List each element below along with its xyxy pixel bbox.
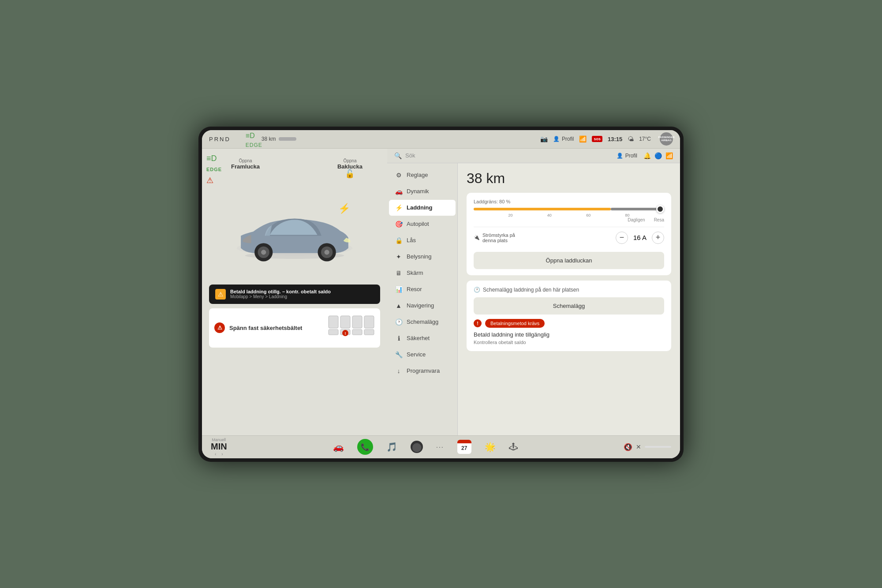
service-label: Service [407, 351, 426, 358]
left-arrow-icon: ‹ [215, 452, 216, 457]
car-bottom-icon[interactable]: 🚗 [333, 442, 344, 452]
menu-item-schemalgg[interactable]: 🕐 Schemalägg [389, 314, 456, 330]
search-input-area[interactable]: 🔍 Sök [394, 152, 617, 159]
passenger-airbag-indicator: PASSENGER AIRBAG [660, 132, 673, 146]
menu-item-reglage[interactable]: ⚙ Reglage [389, 167, 456, 183]
warning-main-text: Betald laddning otillg. – kontr. obetalt… [230, 289, 331, 294]
charge-limit-label: Laddgräns: 80 % [474, 199, 664, 204]
menu-item-skarm[interactable]: 🖥 Skärm [389, 265, 456, 281]
laddning-label: Laddning [407, 204, 433, 211]
current-label-text: Strömstyrka på denna plats [482, 232, 515, 243]
phone-button[interactable]: 📞 [357, 439, 373, 455]
menu-item-service[interactable]: 🔧 Service [389, 347, 456, 363]
schemalgg-label: Schemalägg [407, 318, 438, 325]
edge-icon: EDGE [246, 142, 262, 148]
gear-mode-label: Manuell [211, 438, 227, 442]
person-icon: 👤 [553, 136, 560, 142]
profile-button[interactable]: 👤 Profil [553, 136, 574, 142]
error-exclamation: ! [477, 321, 478, 326]
current-value-text: 16 A [633, 234, 647, 241]
top-bar: PRND ≡D EDGE ⚠ 38 km 📷 👤 Profil 📶 so [202, 130, 680, 149]
camera-button[interactable]: ⬤ [411, 441, 423, 453]
sakerhet-icon: ℹ [395, 335, 402, 342]
open-baklucka-label: Öppna [337, 158, 363, 163]
schedule-button[interactable]: Schemalägg [474, 297, 664, 315]
lock-icon: 🔓 [337, 169, 363, 179]
menu-item-sakerhet[interactable]: ℹ Säkerhet [389, 330, 456, 346]
game-button[interactable]: 🕹 [509, 442, 518, 452]
range-indicator: 38 km [262, 136, 296, 142]
plug-icon: 🔌 [474, 235, 480, 240]
svg-rect-14 [364, 316, 374, 328]
current-label: 🔌 Strömstyrka på denna plats [474, 232, 515, 243]
gear-value-display: MIN [211, 442, 227, 451]
calendar-button[interactable]: 27 [457, 440, 471, 454]
more-button[interactable]: ··· [436, 443, 444, 450]
music-button[interactable]: 🎵 [386, 442, 397, 452]
emoji-button[interactable]: 🌟 [485, 442, 496, 452]
dynamik-icon: 🚗 [395, 188, 402, 195]
main-content: ≡D EDGE ⚠ Öppna Framlucka Öppna Baklucka… [202, 149, 680, 435]
clock-icon: 🕐 [474, 287, 480, 293]
programvara-label: Programvara [407, 367, 440, 374]
belysning-label: Belysning [407, 253, 431, 260]
payment-sub: Kontrollera obetalt saldo [474, 340, 664, 345]
volume-control[interactable]: 🔇 ✕ [624, 443, 671, 451]
framlucka-control[interactable]: Öppna Framlucka [231, 158, 260, 179]
laddning-icon: ⚡ [395, 204, 402, 211]
search-icon: 🔍 [394, 152, 402, 159]
svg-rect-12 [352, 316, 362, 328]
profile-label: Profil [562, 136, 574, 142]
profile-top-right[interactable]: 👤 Profil [617, 153, 637, 159]
charging-panel: 38 km Laddgräns: 80 % [458, 163, 680, 435]
mark-80: 80 [625, 213, 630, 217]
seatbelt-text: Spänn fast säkerhetsbältet [229, 325, 302, 331]
signal-icon: 📶 [665, 152, 673, 159]
bell-icon[interactable]: 🔔 [643, 152, 651, 159]
slider-thumb[interactable] [656, 205, 664, 213]
menu-item-dynamik[interactable]: 🚗 Dynamik [389, 184, 456, 199]
svg-rect-9 [329, 330, 338, 335]
bluetooth-icon[interactable]: 🔵 [654, 152, 662, 159]
volume-slider-track[interactable] [645, 446, 671, 448]
menu-item-autopilot[interactable]: 🎯 Autopilot [389, 216, 456, 232]
top-right-icons: 👤 Profil 🔔 🔵 📶 [617, 152, 673, 159]
charge-slider-track[interactable] [474, 208, 664, 210]
svg-rect-13 [352, 330, 362, 335]
profile-icon-right: 👤 [617, 153, 623, 159]
bottom-icons: 🚗 📞 🎵 ⬤ ··· [227, 439, 624, 455]
headlight-icon: ≡D [246, 132, 262, 140]
open-charge-door-button[interactable]: Öppna laddluckan [474, 252, 664, 269]
menu-item-resor[interactable]: 📊 Resor [389, 281, 456, 297]
settings-menu: ⚙ Reglage 🚗 Dynamik ⚡ Laddning 🎯 [387, 163, 458, 435]
weather-icon: 🌤 [628, 135, 634, 142]
skarm-icon: 🖥 [395, 270, 402, 277]
stars-icon: 🌟 [485, 442, 496, 452]
sos-badge[interactable]: sos [592, 136, 602, 142]
mode-dagligen: Dagligen [628, 217, 645, 222]
profile-label-right: Profil [625, 153, 637, 159]
right-panel: 🔍 Sök 👤 Profil 🔔 🔵 📶 [387, 149, 680, 435]
autopilot-label: Autopilot [407, 221, 429, 227]
decrease-current-button[interactable]: − [616, 232, 628, 244]
menu-item-laddning[interactable]: ⚡ Laddning [389, 200, 456, 216]
svg-rect-15 [364, 330, 374, 335]
baklucka-control[interactable]: Öppna Baklucka 🔓 [337, 158, 363, 179]
mode-resa: Resa [654, 217, 664, 222]
svg-point-7 [325, 250, 329, 255]
svg-rect-10 [340, 316, 350, 328]
menu-item-belysning[interactable]: ✦ Belysning [389, 249, 456, 265]
svg-rect-8 [329, 316, 338, 328]
sakerhet-label: Säkerhet [407, 335, 430, 341]
warning-banner: ⚠ Betald laddning otillg. – kontr. obeta… [209, 285, 380, 304]
range-fill [279, 137, 283, 141]
navigering-icon: ▲ [395, 302, 402, 309]
menu-item-las[interactable]: 🔒 Lås [389, 232, 456, 248]
menu-item-navigering[interactable]: ▲ Navigering [389, 298, 456, 314]
svg-text:!: ! [345, 331, 346, 336]
warning-triangle-icon: ⚠ [215, 289, 226, 300]
mark-20: 20 [508, 213, 512, 217]
charge-slider-container[interactable] [474, 208, 664, 210]
menu-item-programvara[interactable]: ↓ Programvara [389, 363, 456, 379]
increase-current-button[interactable]: + [652, 232, 664, 244]
